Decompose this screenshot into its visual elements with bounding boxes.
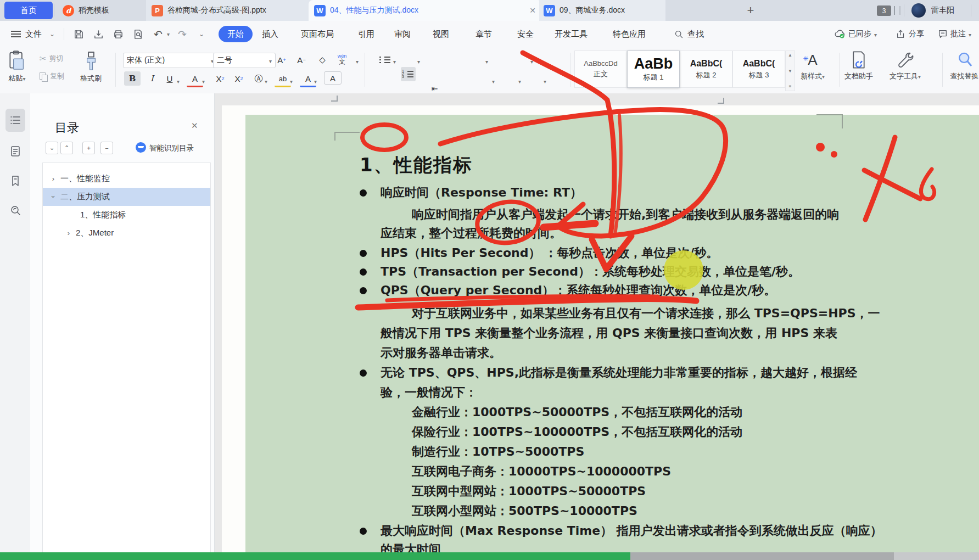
toc-item-1[interactable]: 二、压力测试 <box>43 188 210 206</box>
paste-button[interactable]: 粘贴 <box>8 51 26 83</box>
doc-line-11: 金融行业：1000TPS~50000TPS，不包括互联网化的活动 <box>412 404 742 421</box>
toc-item-3[interactable]: 2、JMeter <box>43 224 210 242</box>
search-panel-icon[interactable] <box>5 199 25 222</box>
expand-all-button[interactable]: ⌄ <box>46 142 58 154</box>
doc-line-4: TPS（Transaction per Second）：系统每秒处理交易数，单位… <box>381 264 800 280</box>
document-canvas[interactable]: 1、性能指标 响应时间（Response Time: RT）响应时间指用户从客户… <box>215 93 979 560</box>
margin-corner-mark <box>816 114 843 128</box>
file-caret-icon[interactable] <box>49 21 55 47</box>
video-progress-bar[interactable] <box>0 552 979 560</box>
superscript-button[interactable]: X2 <box>212 71 228 86</box>
toc-panel-icon[interactable] <box>5 109 25 132</box>
word-file-icon: W <box>314 5 326 16</box>
collapse-all-button[interactable]: ⌃ <box>60 142 73 154</box>
smart-toc-label[interactable]: 智能识别目录 <box>149 143 194 153</box>
print-icon[interactable] <box>113 29 124 40</box>
undo-icon[interactable]: ↶ <box>154 21 163 47</box>
wps-window: 首页 d 稻壳模板 P 谷粒商城-分布式高级-图.pptx W 04、性能与压力… <box>0 0 979 560</box>
toc-item-2[interactable]: 1、性能指标 <box>43 206 210 224</box>
chevron-right-icon[interactable] <box>65 229 72 237</box>
export-icon[interactable] <box>93 29 104 40</box>
copy-button[interactable]: 复制 <box>40 71 64 81</box>
tab-docx-2[interactable]: W 09、商城业务.docx <box>539 0 665 21</box>
print-preview-icon[interactable] <box>133 29 143 40</box>
redo-icon[interactable]: ↷ <box>178 21 187 47</box>
underline-button[interactable]: U <box>161 71 178 86</box>
menu-tab-9[interactable]: 特色应用 <box>613 21 646 47</box>
search-icon[interactable] <box>674 30 684 39</box>
sync-status[interactable]: 已同步 <box>835 21 877 47</box>
decrease-font-icon[interactable]: A− <box>293 53 310 67</box>
doc-line-8: 示对服务器单击请求。 <box>381 345 501 361</box>
menu-tab-1[interactable]: 插入 <box>262 21 278 47</box>
undo-caret-icon[interactable] <box>167 21 170 47</box>
style-heading2[interactable]: AaBbC(标题 2 <box>680 51 732 88</box>
pinyin-caret-icon[interactable] <box>356 56 359 66</box>
subscript-button[interactable]: X2 <box>231 71 247 86</box>
comment-button[interactable]: 批注 <box>938 21 971 47</box>
notification-badge[interactable]: 3 <box>877 5 891 16</box>
style-heading3[interactable]: AaBbC(标题 3 <box>732 51 785 88</box>
hamburger-icon[interactable] <box>11 33 21 35</box>
menu-tab-5[interactable]: 视图 <box>433 21 449 47</box>
group-expand-icon[interactable] <box>718 98 724 104</box>
menu-tab-8[interactable]: 开发工具 <box>555 21 588 47</box>
bullet-list-button[interactable] <box>378 53 393 67</box>
new-style-button[interactable]: A✳ 新样式 <box>801 51 825 81</box>
format-painter-button[interactable]: 格式刷 <box>80 51 102 83</box>
menu-tab-3[interactable]: 引用 <box>358 21 374 47</box>
clear-format-icon[interactable]: ◇ <box>314 53 331 67</box>
doc-assistant-button[interactable]: 文档助手 <box>844 51 873 81</box>
doc-line-13: 制造行业：10TPS~5000TPS <box>412 444 584 460</box>
close-tab-icon[interactable] <box>529 6 536 15</box>
strikethrough-button[interactable]: A <box>187 71 203 87</box>
tab-active-docx[interactable]: W 04、性能与压力测试.docx <box>309 0 542 21</box>
char-border-button[interactable]: A <box>324 71 342 85</box>
text-tool-button[interactable]: 文字工具 <box>890 51 921 81</box>
menu-tab-6[interactable]: 章节 <box>475 21 492 47</box>
menu-file[interactable]: 文件 <box>25 21 42 47</box>
font-name-select[interactable]: 宋体 (正文) <box>123 53 217 68</box>
save-icon[interactable] <box>74 29 84 40</box>
chevron-right-icon[interactable] <box>49 175 57 183</box>
cut-button[interactable]: ✂剪切 <box>40 54 64 64</box>
menu-tab-home-active[interactable]: 开始 <box>219 26 253 42</box>
find-replace-button[interactable]: 查找替换 <box>950 51 979 81</box>
numbered-list-button[interactable]: 123 <box>401 67 416 81</box>
margin-corner-mark <box>334 132 360 141</box>
tab-docer-template[interactable]: d 稻壳模板 <box>59 0 134 21</box>
highlight-color-button[interactable]: ab <box>275 71 291 87</box>
pinyin-guide-icon[interactable]: wén 文 <box>334 52 350 66</box>
menu-tab-2[interactable]: 页面布局 <box>301 21 334 47</box>
style-heading1[interactable]: AaBb标题 1 <box>627 51 680 88</box>
font-size-select[interactable]: 二号 <box>213 53 276 68</box>
increase-font-icon[interactable]: A+ <box>273 53 290 67</box>
smart-toc-icon[interactable] <box>136 142 146 153</box>
expand-level-button[interactable]: ＋ <box>82 142 95 154</box>
bold-button[interactable]: B <box>124 71 141 86</box>
tab-pptx-file[interactable]: P 谷粒商城-分布式高级-图.pptx <box>146 0 314 21</box>
doc-line-7: 般情况下用 TPS 来衡量整个业务流程，用 QPS 来衡量接口查询次数，用 HP… <box>381 325 837 341</box>
chevron-down-icon[interactable] <box>49 193 58 201</box>
styles-scroll[interactable]: ▲▼≡ <box>785 51 795 91</box>
doc-line-6: 对于互联网业务中，如果某些业务有且仅有一个请求连接，那么 TPS=QPS=HPS… <box>412 305 880 322</box>
collapse-level-button[interactable]: − <box>100 142 113 154</box>
menu-tab-7[interactable]: 安全 <box>517 21 534 47</box>
toc-item-0[interactable]: 一、性能监控 <box>43 170 210 188</box>
bookmark-panel-icon[interactable] <box>5 169 25 192</box>
new-tab-button[interactable]: + <box>742 2 759 19</box>
italic-button[interactable]: I <box>144 71 160 86</box>
notes-panel-icon[interactable] <box>5 139 25 163</box>
doc-line-15: 互联网中型网站：1000TPS~50000TPS <box>412 483 646 500</box>
ribbon-collapse-icon[interactable] <box>199 21 204 47</box>
toc-close-icon[interactable] <box>191 121 198 131</box>
menu-find[interactable]: 查找 <box>687 21 704 47</box>
user-name[interactable]: 雷丰阳 <box>931 0 954 21</box>
home-tab[interactable]: 首页 <box>4 2 53 19</box>
style-body[interactable]: AaBbccDd正文 <box>574 51 627 88</box>
avatar[interactable] <box>911 3 926 18</box>
share-button[interactable]: 分享 <box>896 21 924 47</box>
docer-logo-icon: d <box>63 5 74 16</box>
group-expand-icon[interactable] <box>331 96 338 102</box>
menu-tab-4[interactable]: 审阅 <box>394 21 411 47</box>
